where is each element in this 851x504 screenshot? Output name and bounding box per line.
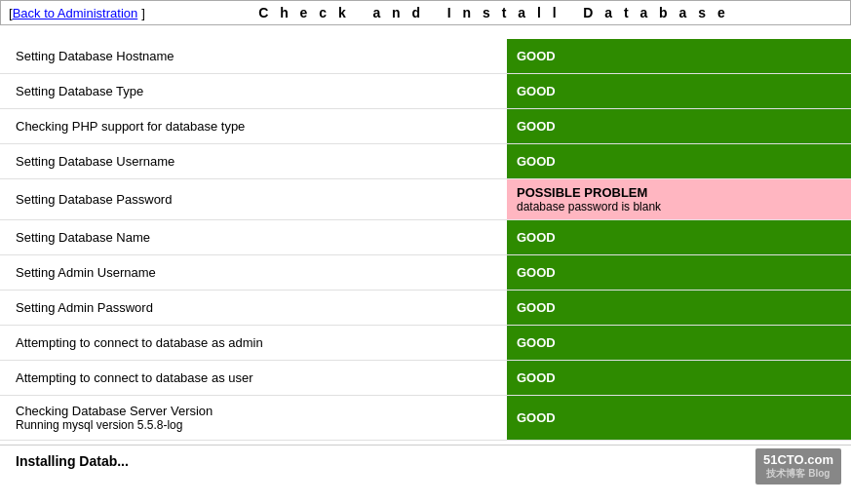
table-row: Checking Database Server VersionRunning … — [0, 396, 851, 441]
table-row: Setting Admin PasswordGOOD — [0, 291, 851, 326]
check-label: Setting Database Type — [0, 74, 507, 108]
check-label: Setting Database Password — [0, 179, 507, 219]
check-status: GOOD — [507, 361, 851, 395]
check-status: GOOD — [507, 220, 851, 254]
table-row: Attempting to connect to database as use… — [0, 361, 851, 396]
table-row: Attempting to connect to database as adm… — [0, 326, 851, 361]
table-row: Setting Database PasswordPOSSIBLE PROBLE… — [0, 179, 851, 220]
check-label: Setting Admin Password — [0, 291, 507, 325]
table-row: Setting Database NameGOOD — [0, 220, 851, 255]
table-row: Setting Database UsernameGOOD — [0, 144, 851, 179]
check-status: GOOD — [507, 291, 851, 325]
check-status: GOOD — [507, 396, 851, 440]
header: [ Back to Administration ] C h e c k a n… — [0, 0, 851, 25]
check-label: Checking Database Server VersionRunning … — [0, 396, 507, 440]
check-status: GOOD — [507, 255, 851, 290]
footer-partial: Installing Datab... — [0, 445, 851, 477]
back-to-admin-link[interactable]: Back to Administration — [13, 6, 138, 20]
check-label: Setting Database Name — [0, 220, 507, 254]
check-status: GOOD — [507, 74, 851, 108]
page-title: C h e c k a n d I n s t a l l D a t a b … — [145, 5, 842, 20]
check-status: GOOD — [507, 326, 851, 360]
check-label: Attempting to connect to database as use… — [0, 361, 507, 395]
check-label: Setting Database Hostname — [0, 39, 507, 73]
check-label: Attempting to connect to database as adm… — [0, 326, 507, 360]
check-status: POSSIBLE PROBLEMdatabase password is bla… — [507, 179, 851, 219]
check-status: GOOD — [507, 39, 851, 73]
table-row: Checking PHP support for database typeGO… — [0, 109, 851, 144]
check-status: GOOD — [507, 144, 851, 178]
check-label: Setting Database Username — [0, 144, 507, 178]
check-label: Setting Admin Username — [0, 255, 507, 290]
check-status: GOOD — [507, 109, 851, 143]
table-row: Setting Database TypeGOOD — [0, 74, 851, 109]
table-row: Setting Admin UsernameGOOD — [0, 255, 851, 291]
check-label: Checking PHP support for database type — [0, 109, 507, 143]
check-table: Setting Database HostnameGOODSetting Dat… — [0, 35, 851, 445]
table-row: Setting Database HostnameGOOD — [0, 39, 851, 74]
